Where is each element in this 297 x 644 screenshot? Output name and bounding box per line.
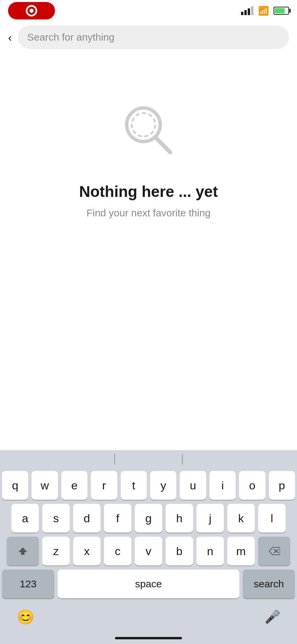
battery-icon (274, 7, 289, 15)
key-k[interactable]: k (227, 504, 255, 533)
key-a[interactable]: a (11, 504, 39, 533)
key-f[interactable]: f (104, 504, 131, 533)
space-key[interactable]: space (58, 570, 239, 598)
search-area: ‹ Search for anything (0, 20, 297, 54)
keyboard[interactable]: q w e r t y u i o p a s d f g h j k l (0, 450, 297, 644)
key-123[interactable]: 123 (2, 570, 54, 598)
key-e[interactable]: e (61, 471, 87, 500)
target-logo (8, 2, 55, 19)
key-b[interactable]: b (166, 537, 193, 566)
key-u[interactable]: u (180, 471, 206, 500)
key-s[interactable]: s (42, 504, 70, 533)
key-v[interactable]: v (135, 537, 162, 566)
wifi-icon: 📶 (258, 6, 269, 16)
key-m[interactable]: m (227, 537, 255, 566)
target-logo-ring (26, 5, 37, 16)
back-button[interactable]: ‹ (8, 32, 12, 43)
key-l[interactable]: l (258, 504, 286, 533)
key-h[interactable]: h (166, 504, 193, 533)
key-q[interactable]: q (2, 471, 28, 500)
search-placeholder: Search for anything (27, 32, 114, 43)
cursor-line-2 (182, 454, 183, 465)
cursor-line (114, 454, 115, 465)
key-j[interactable]: j (196, 504, 224, 533)
key-o[interactable]: o (239, 471, 265, 500)
keyboard-accessory: 😊 🎤 (0, 602, 297, 632)
target-logo-dot (29, 9, 34, 13)
search-illustration (115, 98, 182, 166)
status-bar-right: 📶 (241, 6, 289, 16)
key-g[interactable]: g (135, 504, 162, 533)
status-bar-left (8, 2, 55, 19)
key-r[interactable]: r (91, 471, 117, 500)
key-c[interactable]: c (104, 537, 131, 566)
key-t[interactable]: t (121, 471, 147, 500)
keyboard-row-2: a s d f g h j k l (2, 504, 295, 533)
home-bar (115, 637, 182, 639)
signal-icon (241, 6, 253, 15)
emoji-key[interactable]: 😊 (17, 609, 34, 625)
svg-point-1 (132, 113, 155, 137)
microphone-key[interactable]: 🎤 (264, 609, 280, 624)
delete-key[interactable] (258, 537, 290, 566)
key-x[interactable]: x (73, 537, 101, 566)
search-bar[interactable]: Search for anything (18, 25, 289, 49)
home-indicator (0, 632, 297, 644)
keyboard-row-3: z x c v b n m (2, 537, 295, 566)
keyboard-bottom-row: 123 space search (0, 570, 297, 602)
key-d[interactable]: d (73, 504, 101, 533)
keyboard-top-bar (0, 450, 297, 468)
empty-state-title: Nothing here ... yet (79, 182, 218, 201)
status-bar: 📶 (0, 0, 297, 20)
key-p[interactable]: p (269, 471, 295, 500)
keyboard-rows: q w e r t y u i o p a s d f g h j k l (0, 468, 297, 566)
key-n[interactable]: n (196, 537, 224, 566)
search-key[interactable]: search (243, 570, 295, 598)
empty-state-subtitle: Find your next favorite thing (86, 207, 211, 219)
main-content: Nothing here ... yet Find your next favo… (0, 54, 297, 262)
keyboard-row-1: q w e r t y u i o p (2, 471, 295, 500)
shift-key[interactable] (7, 537, 39, 566)
key-i[interactable]: i (210, 471, 236, 500)
key-z[interactable]: z (42, 537, 70, 566)
key-w[interactable]: w (32, 471, 58, 500)
svg-line-2 (156, 138, 170, 152)
key-y[interactable]: y (150, 471, 176, 500)
